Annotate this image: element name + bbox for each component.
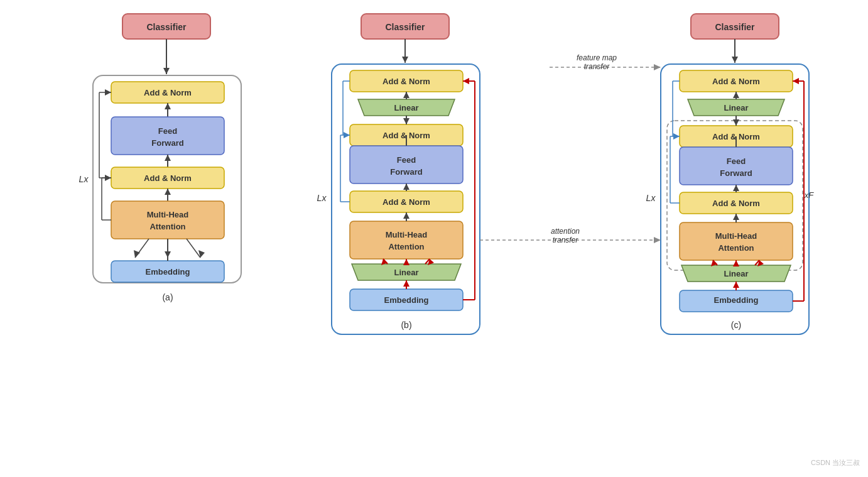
svg-marker-115: [793, 78, 799, 84]
svg-rect-86: [680, 147, 793, 185]
classifier-b: Classifier: [385, 22, 425, 32]
add-norm-bottom-a: Add & Norm: [144, 173, 192, 183]
svg-marker-105: [733, 282, 739, 288]
svg-rect-44: [350, 146, 463, 184]
classifier-c: Classifier: [715, 22, 755, 32]
svg-line-29: [187, 239, 200, 258]
xf-label-c: xF: [804, 190, 815, 200]
svg-marker-26: [134, 250, 140, 258]
svg-marker-43: [403, 118, 410, 124]
linear-top-b: Linear: [394, 103, 418, 112]
add-norm-bottom-b: Add & Norm: [382, 197, 430, 207]
label-a: (a): [162, 292, 173, 302]
multi-head-c: Multi-Head: [715, 231, 757, 241]
lx-label-b: Lx: [317, 193, 327, 203]
svg-marker-63: [403, 280, 410, 287]
svg-rect-50: [350, 221, 463, 259]
svg-marker-49: [403, 184, 410, 190]
attention-label: attention: [551, 227, 580, 236]
svg-text:Attention: Attention: [149, 222, 185, 231]
svg-marker-2: [163, 68, 170, 74]
svg-marker-35: [402, 57, 408, 63]
svg-marker-53: [403, 212, 410, 219]
svg-rect-7: [111, 117, 224, 155]
linear-top-c: Linear: [724, 103, 748, 112]
lx-label-a: Lx: [79, 174, 89, 184]
label-b: (b): [401, 320, 411, 330]
svg-marker-58: [403, 259, 410, 265]
svg-text:transfer: transfer: [553, 236, 579, 244]
feed-forward-a: Feed: [158, 126, 177, 136]
svg-rect-92: [680, 222, 793, 260]
svg-text:Forward: Forward: [390, 167, 422, 177]
add-norm-top2-c: Add & Norm: [712, 77, 760, 86]
svg-marker-40: [403, 92, 410, 98]
svg-marker-67: [344, 132, 350, 138]
svg-marker-100: [733, 260, 739, 266]
svg-marker-117: [654, 64, 661, 70]
feature-map-label: feature map: [577, 53, 617, 62]
svg-marker-95: [733, 214, 739, 220]
multi-head-b: Multi-Head: [386, 230, 428, 239]
svg-text:Forward: Forward: [151, 138, 183, 148]
multi-head-a: Multi-Head: [147, 210, 189, 219]
svg-marker-120: [654, 237, 661, 243]
classifier-a: Classifier: [146, 22, 187, 32]
embedding-c: Embedding: [714, 295, 759, 305]
svg-marker-109: [673, 133, 680, 140]
lx-label-c: Lx: [646, 193, 656, 203]
add-norm-top-a: Add & Norm: [144, 88, 192, 97]
svg-marker-85: [733, 119, 739, 126]
svg-marker-91: [733, 185, 739, 191]
svg-rect-14: [111, 201, 224, 239]
svg-text:transfer: transfer: [584, 62, 610, 71]
svg-marker-81: [733, 92, 739, 98]
feed-forward-c: Feed: [727, 156, 746, 166]
embedding-a: Embedding: [146, 267, 190, 277]
watermark: CSDN 当汝三叔: [811, 459, 860, 466]
svg-marker-19: [105, 89, 111, 96]
svg-marker-76: [732, 57, 738, 63]
svg-text:Attention: Attention: [718, 243, 754, 253]
linear-bottom-b: Linear: [394, 268, 418, 277]
svg-marker-73: [463, 78, 469, 84]
add-norm-bottom-c: Add & Norm: [712, 199, 760, 208]
label-c: (c): [731, 320, 741, 330]
linear-bottom-c: Linear: [724, 269, 748, 278]
svg-marker-6: [165, 103, 171, 109]
embedding-b: Embedding: [384, 295, 429, 305]
feed-forward-b: Feed: [397, 155, 416, 165]
svg-marker-10: [165, 155, 171, 161]
add-norm-top2-b: Add & Norm: [382, 77, 430, 86]
svg-text:Forward: Forward: [720, 168, 752, 178]
svg-text:Attention: Attention: [388, 242, 424, 251]
svg-marker-24: [105, 175, 111, 181]
svg-marker-13: [165, 189, 171, 195]
